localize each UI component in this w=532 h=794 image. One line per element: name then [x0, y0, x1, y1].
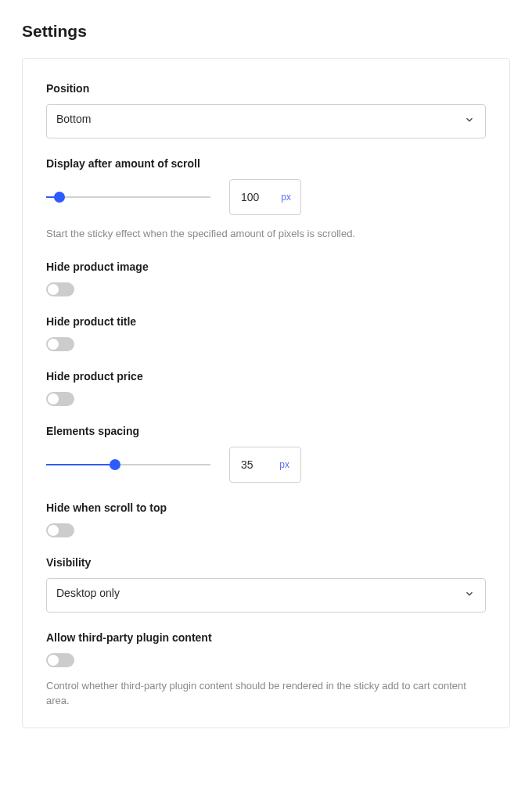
field-position: Position Bottom	[46, 82, 486, 138]
hide-scroll-top-toggle[interactable]	[46, 523, 74, 537]
hide-price-label: Hide product price	[46, 370, 486, 383]
scroll-unit: px	[281, 192, 291, 203]
field-hide-image: Hide product image	[46, 260, 486, 296]
scroll-value-box[interactable]: 100 px	[229, 179, 301, 215]
spacing-slider-row: 35 px	[46, 447, 486, 483]
third-party-help: Control whether third-party plugin conte…	[46, 678, 486, 709]
toggle-knob	[48, 525, 59, 536]
spacing-value-box[interactable]: 35 px	[229, 447, 301, 483]
scroll-slider[interactable]	[46, 190, 210, 204]
toggle-knob	[48, 393, 59, 404]
spacing-unit: px	[279, 459, 289, 470]
position-select-wrap: Bottom	[46, 104, 486, 138]
visibility-select[interactable]: Desktop only	[46, 578, 486, 613]
slider-thumb[interactable]	[110, 459, 120, 470]
toggle-knob	[48, 655, 59, 666]
scroll-help: Start the sticky effect when the specifi…	[46, 226, 486, 242]
position-label: Position	[46, 82, 486, 95]
settings-panel: Position Bottom Display after amount of …	[22, 58, 510, 728]
scroll-label: Display after amount of scroll	[46, 157, 486, 170]
page-title: Settings	[22, 22, 510, 41]
scroll-slider-row: 100 px	[46, 179, 486, 215]
hide-image-toggle[interactable]	[46, 282, 74, 296]
third-party-toggle[interactable]	[46, 653, 74, 667]
field-hide-title: Hide product title	[46, 315, 486, 351]
third-party-label: Allow third-party plugin content	[46, 631, 486, 644]
field-hide-scroll-top: Hide when scroll to top	[46, 501, 486, 537]
field-spacing: Elements spacing 35 px	[46, 425, 486, 483]
slider-track	[46, 196, 210, 198]
field-hide-price: Hide product price	[46, 370, 486, 406]
position-select[interactable]: Bottom	[46, 104, 486, 138]
hide-image-label: Hide product image	[46, 260, 486, 273]
slider-fill	[46, 464, 115, 465]
hide-price-toggle[interactable]	[46, 392, 74, 406]
spacing-label: Elements spacing	[46, 425, 486, 437]
field-third-party: Allow third-party plugin content Control…	[46, 631, 486, 709]
hide-title-toggle[interactable]	[46, 337, 74, 351]
toggle-knob	[48, 339, 59, 350]
spacing-value: 35	[241, 458, 253, 471]
visibility-select-wrap: Desktop only	[46, 578, 486, 613]
visibility-label: Visibility	[46, 556, 486, 569]
field-visibility: Visibility Desktop only	[46, 556, 486, 613]
spacing-slider[interactable]	[46, 458, 210, 472]
hide-scroll-top-label: Hide when scroll to top	[46, 501, 486, 514]
field-scroll: Display after amount of scroll 100 px St…	[46, 157, 486, 242]
scroll-value: 100	[241, 191, 259, 203]
hide-title-label: Hide product title	[46, 315, 486, 328]
toggle-knob	[48, 284, 59, 295]
slider-thumb[interactable]	[54, 192, 65, 203]
